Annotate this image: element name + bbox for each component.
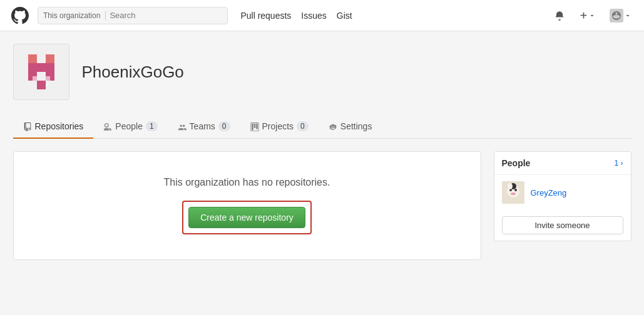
tab-projects[interactable]: Projects 0 xyxy=(240,115,319,139)
gist-link[interactable]: Gist xyxy=(337,11,352,21)
header: This organization Pull requests Issues G… xyxy=(0,0,644,31)
create-repo-button[interactable]: Create a new repository xyxy=(188,207,305,228)
repo-icon xyxy=(23,121,32,131)
issues-link[interactable]: Issues xyxy=(301,11,326,21)
svg-rect-2 xyxy=(46,54,54,63)
svg-rect-7 xyxy=(46,76,50,81)
header-actions xyxy=(551,6,634,25)
sidebar: People 1 › xyxy=(494,151,631,260)
people-section: People 1 › xyxy=(494,151,631,241)
people-icon xyxy=(103,121,112,131)
org-name: PhoenixGoGo xyxy=(82,62,184,82)
people-count-link[interactable]: 1 › xyxy=(614,159,623,168)
teams-count: 0 xyxy=(218,121,230,131)
no-repos-message: This organization has no repositories. xyxy=(164,177,330,188)
tab-teams-label: Teams xyxy=(190,121,215,131)
tab-teams[interactable]: Teams 0 xyxy=(168,115,240,139)
invite-someone-button[interactable]: Invite someone xyxy=(502,216,623,234)
tab-settings-label: Settings xyxy=(340,121,372,131)
svg-rect-3 xyxy=(28,63,54,72)
notifications-button[interactable] xyxy=(551,8,568,23)
tab-repositories[interactable]: Repositories xyxy=(13,115,94,139)
tab-people-label: People xyxy=(115,121,143,131)
settings-icon xyxy=(329,121,337,131)
tabs: Repositories People 1 Teams 0 xyxy=(13,115,631,139)
user-avatar-button[interactable] xyxy=(606,6,634,25)
search-bar: This organization xyxy=(38,7,228,24)
member-name[interactable]: GreyZeng xyxy=(531,188,567,198)
tab-projects-label: Projects xyxy=(262,121,294,131)
org-header: PhoenixGoGo xyxy=(13,44,631,100)
sidebar-people-header: People 1 › xyxy=(494,152,631,175)
tab-settings[interactable]: Settings xyxy=(319,115,382,139)
org-context-label: This organization xyxy=(43,11,106,20)
repos-box: This organization has no repositories. C… xyxy=(13,151,481,260)
teams-icon xyxy=(178,121,187,131)
org-avatar xyxy=(13,44,69,100)
page-content: PhoenixGoGo Repositories People 1 xyxy=(3,31,641,272)
pull-requests-link[interactable]: Pull requests xyxy=(240,11,291,21)
create-repo-highlight: Create a new repository xyxy=(182,201,312,234)
github-logo[interactable] xyxy=(10,6,30,26)
sidebar-people-title: People xyxy=(502,158,531,168)
svg-rect-1 xyxy=(28,54,37,63)
projects-icon xyxy=(250,121,259,131)
projects-count: 0 xyxy=(297,121,309,131)
tab-people[interactable]: People 1 xyxy=(93,115,167,139)
search-input[interactable] xyxy=(110,11,222,20)
svg-rect-6 xyxy=(33,76,37,81)
people-count: 1 xyxy=(146,121,158,131)
main-layout: This organization has no repositories. C… xyxy=(13,151,631,260)
svg-rect-8 xyxy=(37,81,46,89)
member-avatar xyxy=(502,181,524,204)
member-item: GreyZeng xyxy=(494,175,631,210)
tab-repositories-label: Repositories xyxy=(35,121,84,131)
svg-point-15 xyxy=(508,183,513,189)
header-nav: Pull requests Issues Gist xyxy=(240,11,352,21)
svg-point-13 xyxy=(511,192,516,195)
svg-point-12 xyxy=(514,189,517,191)
new-item-button[interactable] xyxy=(576,9,598,22)
